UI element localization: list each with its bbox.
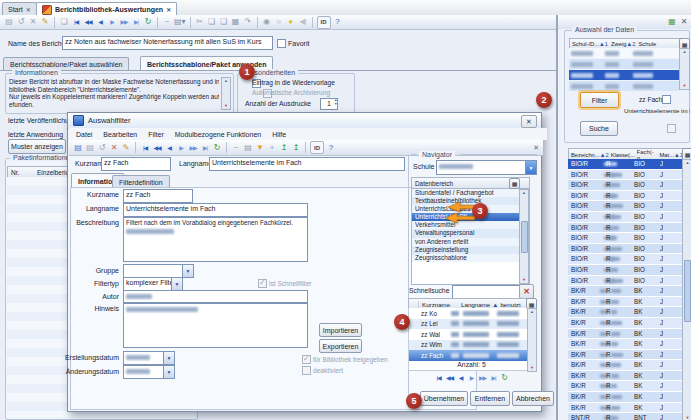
clear-search-icon[interactable]: ✕: [519, 284, 534, 299]
uebernehmen-button[interactable]: Übernehmen: [420, 391, 468, 406]
close-icon[interactable]: ✕: [166, 6, 171, 13]
import-file-icon[interactable]: ↥: [279, 142, 289, 153]
nav-last-icon[interactable]: ▶|: [131, 17, 141, 28]
pager-icon[interactable]: |◀: [434, 372, 443, 382]
unterricht-row[interactable]: BIO/RRBIOJ: [568, 180, 682, 191]
menu-item-bearbeiten[interactable]: Bearbeiten: [103, 131, 137, 138]
fit-window-icon[interactable]: +: [267, 142, 277, 153]
dialog-kurzname-input[interactable]: zz Fach: [101, 157, 171, 171]
chevron-down-icon[interactable]: ▼: [182, 264, 194, 278]
unterricht-row[interactable]: BIO/RRBIOJ: [568, 276, 682, 287]
nav-last-icon[interactable]: ▶|: [200, 142, 210, 153]
unterricht-scrollbar[interactable]: ▲▼: [682, 159, 691, 420]
unterricht-row[interactable]: BK/RRBKJ: [568, 307, 682, 318]
dialog-close-button[interactable]: ✕: [521, 115, 537, 128]
save-icon[interactable]: ▤: [4, 17, 14, 28]
form-gruppe-combo[interactable]: [123, 264, 187, 278]
close-panel-icon[interactable]: ✕: [679, 17, 689, 28]
zz-fach-checkbox[interactable]: [662, 95, 671, 104]
navigator-item[interactable]: von Anderen erteilt: [412, 238, 520, 246]
form-langname-input[interactable]: Unterrichtselemente im Fach: [123, 203, 308, 217]
nav-prev-icon[interactable]: ◀: [95, 17, 105, 28]
unterricht-row[interactable]: BK/RRBKJ: [568, 403, 682, 414]
unterricht-row[interactable]: BK/RRBKJ: [568, 329, 682, 340]
unterricht-row[interactable]: BIO/RRBIOJ: [568, 201, 682, 212]
menu-item-datei[interactable]: Datei: [76, 131, 92, 138]
dialog-title-bar[interactable]: Auswahlfilter ✕: [68, 113, 541, 129]
results-col-benutzt[interactable]: benutzt: [500, 301, 520, 308]
pager-icon[interactable]: ▶|: [489, 372, 498, 382]
tab-start[interactable]: Start ✕: [2, 2, 37, 16]
nav-prev-page-icon[interactable]: ◀◀: [152, 142, 162, 153]
col-matrikel[interactable]: Mat...: [658, 152, 675, 158]
filter-funnel-icon[interactable]: ▼: [255, 142, 265, 153]
bulb-icon[interactable]: ●: [286, 17, 296, 28]
filter-button[interactable]: Filter: [580, 92, 619, 108]
result-row[interactable]: zz Fach: [409, 350, 527, 361]
auswahl-scrollbar[interactable]: ▲▼: [679, 48, 690, 90]
unterricht-row[interactable]: BK/RRBKJ: [568, 350, 682, 361]
schnellsuche-input[interactable]: [452, 285, 522, 299]
remove-icon[interactable]: −: [231, 142, 241, 153]
unterricht-row[interactable]: BIO/RRBIOJ: [568, 159, 682, 170]
spinner-arrows[interactable]: ▲▼: [334, 98, 341, 108]
unterricht-row[interactable]: BIO/RRBIOJ: [568, 223, 682, 234]
unterricht-row[interactable]: BIO/RRBIOJ: [568, 233, 682, 244]
nav-first-icon[interactable]: |◀: [140, 142, 150, 153]
schule-row[interactable]: [569, 59, 679, 70]
menu-item-hilfe[interactable]: Hilfe: [272, 131, 286, 138]
cut-icon[interactable]: ✂: [195, 17, 205, 28]
unterricht-row[interactable]: BNT/RRBNTJ: [568, 413, 682, 420]
horn-icon[interactable]: ◀: [298, 17, 308, 28]
nav-next-page-icon[interactable]: ▶▶: [188, 142, 198, 153]
chevron-down-icon[interactable]: ▼: [525, 160, 537, 175]
navigator-item[interactable]: Zeugniseinstellung: [412, 246, 520, 254]
alert-icon[interactable]: ◉: [262, 17, 272, 28]
undo-icon[interactable]: ↺: [16, 17, 26, 28]
info-scrollbar[interactable]: ▲▼: [221, 77, 231, 110]
datenbereich-header[interactable]: Datenbereich ▦: [412, 178, 529, 189]
unterricht-row[interactable]: BIO/RRBIOJ: [568, 244, 682, 255]
result-row[interactable]: zz Wim: [409, 340, 527, 351]
entfernen-button[interactable]: Entfernen: [470, 391, 510, 406]
new-icon[interactable]: ▤: [73, 142, 83, 153]
pager-icon[interactable]: ▶▶: [478, 372, 487, 382]
paste-special-icon[interactable]: ↷: [243, 17, 253, 28]
result-row[interactable]: zz Lei: [409, 319, 527, 330]
col-bezeichnung[interactable]: Bezeichn...: [569, 152, 600, 158]
paket-col-nr[interactable]: Nr.: [8, 169, 37, 176]
nav-next-icon[interactable]: ▶: [176, 142, 186, 153]
unterricht-row[interactable]: BK/RRBKJ: [568, 339, 682, 350]
nav-first-icon[interactable]: |◀: [71, 17, 81, 28]
exportieren-button[interactable]: Exportieren: [319, 339, 362, 353]
col-klasse[interactable]: Klasse(...: [609, 152, 635, 158]
delete-icon[interactable]: ✕: [28, 17, 38, 28]
suche-button[interactable]: Suche: [580, 121, 618, 136]
refresh-icon[interactable]: ↻: [143, 17, 153, 28]
nav-next-page-icon[interactable]: ▶▶: [119, 17, 129, 28]
edit-notes-icon[interactable]: ✎: [40, 17, 50, 28]
unterricht-row[interactable]: BK/RRBKJ: [568, 381, 682, 392]
nav-prev-page-icon[interactable]: ◀◀: [83, 17, 93, 28]
unterricht-row[interactable]: BIO/RRBIOJ: [568, 212, 682, 223]
form-erstellungsdatum-combo[interactable]: [123, 351, 168, 365]
unterricht-row[interactable]: BIO/RRBIOJ: [568, 265, 682, 276]
col-schule[interactable]: Schule: [635, 41, 656, 47]
pager-icon[interactable]: ◀◀: [445, 372, 454, 382]
unterricht-row[interactable]: BK/RRBKJ: [568, 286, 682, 297]
nav-next-icon[interactable]: ▶: [107, 17, 117, 28]
oval-icon[interactable]: ○: [274, 17, 284, 28]
form-filtertyp-combo[interactable]: komplexer Filter: [123, 277, 176, 291]
col-zweig[interactable]: Zweig: [608, 41, 626, 47]
help-icon[interactable]: ?: [333, 17, 343, 28]
results-col-kurzname[interactable]: Kurzname: [419, 301, 461, 308]
form-kurzname-input[interactable]: zz Fach: [123, 189, 193, 203]
folder-icon[interactable]: ❏: [59, 17, 69, 28]
result-row[interactable]: zz Wal: [409, 329, 527, 340]
tab-berichtbibliothek[interactable]: Berichtbibliothek-Auswertungen ✕: [36, 2, 177, 16]
chevron-down-icon[interactable]: ▼: [163, 365, 175, 379]
close-icon[interactable]: ✕: [26, 6, 31, 13]
edit-notes-icon[interactable]: ✎: [121, 142, 131, 153]
id-icon[interactable]: ID: [310, 141, 324, 154]
refresh-icon[interactable]: ↻: [212, 142, 222, 153]
